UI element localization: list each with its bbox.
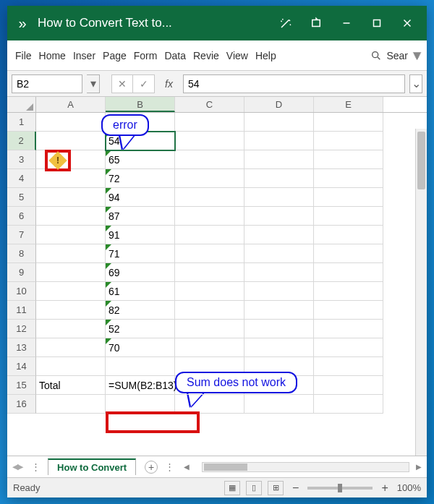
row-header-10[interactable]: 10 [7, 282, 36, 301]
cell-D10[interactable] [244, 282, 314, 301]
zoom-thumb[interactable] [338, 484, 342, 492]
row-header-8[interactable]: 8 [7, 244, 36, 263]
column-header-D[interactable]: D [244, 97, 314, 112]
close-button[interactable] [392, 6, 422, 40]
cell-E1[interactable] [314, 113, 383, 132]
error-indicator[interactable]: ! [45, 150, 71, 171]
cell-B6[interactable]: 87 [106, 207, 175, 226]
enter-formula-button[interactable]: ✓ [133, 74, 155, 93]
cell-D4[interactable] [244, 169, 314, 188]
quick-access-more[interactable]: » [12, 15, 33, 32]
cell-A9[interactable] [36, 263, 106, 282]
cell-A11[interactable] [36, 301, 106, 320]
cell-A2[interactable] [36, 132, 106, 150]
cell-C13[interactable] [175, 338, 244, 357]
zoom-level[interactable]: 100% [397, 482, 421, 493]
cell-C5[interactable] [175, 188, 244, 207]
cell-B11[interactable]: 82 [106, 301, 175, 320]
name-box[interactable]: B2 [12, 74, 82, 93]
maximize-button[interactable] [362, 6, 392, 40]
cell-A10[interactable] [36, 282, 106, 301]
cell-D3[interactable] [244, 150, 314, 169]
row-header-3[interactable]: 3 [7, 150, 36, 169]
formula-bar-expand[interactable]: ⌄ [409, 74, 422, 93]
name-box-dropdown[interactable]: ▾ [87, 74, 100, 93]
column-header-A[interactable]: A [36, 97, 106, 112]
add-sheet-button[interactable]: + [145, 461, 158, 474]
ribbon-display-icon[interactable] [301, 6, 331, 40]
cell-A5[interactable] [36, 188, 106, 207]
cell-B10[interactable]: 61 [106, 282, 175, 301]
hscroll-right[interactable]: ▶ [414, 463, 424, 471]
row-header-9[interactable]: 9 [7, 263, 36, 282]
cell-B12[interactable]: 52 [106, 320, 175, 338]
row-header-6[interactable]: 6 [7, 207, 36, 226]
cell-C2[interactable] [175, 132, 244, 150]
cell-D12[interactable] [244, 320, 314, 338]
cell-E7[interactable] [314, 226, 383, 244]
cell-D2[interactable] [244, 132, 314, 150]
cell-C11[interactable] [175, 301, 244, 320]
tab-view[interactable]: View [223, 50, 252, 61]
cell-D13[interactable] [244, 338, 314, 357]
vertical-scrollbar[interactable] [415, 129, 427, 456]
tab-revie[interactable]: Revie [190, 50, 223, 61]
fx-icon[interactable]: fx [165, 78, 173, 90]
tab-data[interactable]: Data [161, 50, 190, 61]
cell-B15[interactable]: =SUM(B2:B13) [106, 376, 175, 395]
cell-C16[interactable] [175, 395, 244, 414]
cell-E12[interactable] [314, 320, 383, 338]
cell-C7[interactable] [175, 226, 244, 244]
select-all-corner[interactable] [7, 97, 36, 112]
cell-E2[interactable] [314, 132, 383, 150]
cell-B14[interactable] [106, 357, 175, 376]
cell-B16[interactable] [106, 395, 175, 414]
cell-D8[interactable] [244, 244, 314, 263]
row-header-5[interactable]: 5 [7, 188, 36, 207]
cell-B9[interactable]: 69 [106, 263, 175, 282]
wand-icon[interactable] [271, 6, 301, 40]
zoom-slider[interactable] [307, 487, 373, 490]
cell-C3[interactable] [175, 150, 244, 169]
cell-D1[interactable] [244, 113, 314, 132]
cell-A15[interactable]: Total [36, 376, 106, 395]
sheet-nav-buttons[interactable]: ◀ ▶ [10, 462, 24, 471]
tab-help[interactable]: Help [252, 50, 280, 61]
cell-D16[interactable] [244, 395, 314, 414]
cell-A6[interactable] [36, 207, 106, 226]
cell-C9[interactable] [175, 263, 244, 282]
cell-B5[interactable]: 94 [106, 188, 175, 207]
cancel-formula-button[interactable]: ✕ [111, 74, 133, 93]
row-header-11[interactable]: 11 [7, 301, 36, 320]
column-header-E[interactable]: E [314, 97, 383, 112]
cell-E14[interactable] [314, 357, 383, 376]
cell-E9[interactable] [314, 263, 383, 282]
cell-E10[interactable] [314, 282, 383, 301]
horizontal-scrollbar[interactable] [202, 462, 409, 472]
row-header-12[interactable]: 12 [7, 320, 36, 338]
tab-page[interactable]: Page [99, 50, 130, 61]
cell-C10[interactable] [175, 282, 244, 301]
row-header-4[interactable]: 4 [7, 169, 36, 188]
row-header-14[interactable]: 14 [7, 357, 36, 376]
tab-file[interactable]: File [12, 50, 35, 61]
hscroll-left[interactable]: ◀ [182, 463, 192, 471]
cell-E16[interactable] [314, 395, 383, 414]
cell-B8[interactable]: 71 [106, 244, 175, 263]
tab-inser[interactable]: Inser [69, 50, 99, 61]
cell-E4[interactable] [314, 169, 383, 188]
view-page-break-button[interactable]: ⊞ [268, 481, 284, 495]
cell-E6[interactable] [314, 207, 383, 226]
row-header-2[interactable]: 2 [7, 132, 36, 150]
formula-bar[interactable]: 54 [183, 74, 405, 93]
row-header-16[interactable]: 16 [7, 395, 36, 414]
cell-C6[interactable] [175, 207, 244, 226]
view-normal-button[interactable]: ▦ [224, 481, 240, 495]
cell-A16[interactable] [36, 395, 106, 414]
zoom-out-button[interactable]: − [289, 482, 302, 495]
cell-C12[interactable] [175, 320, 244, 338]
view-page-layout-button[interactable]: ▯ [246, 481, 262, 495]
row-header-7[interactable]: 7 [7, 226, 36, 244]
sheet-options[interactable]: ⋮ [162, 461, 177, 472]
cell-E11[interactable] [314, 301, 383, 320]
